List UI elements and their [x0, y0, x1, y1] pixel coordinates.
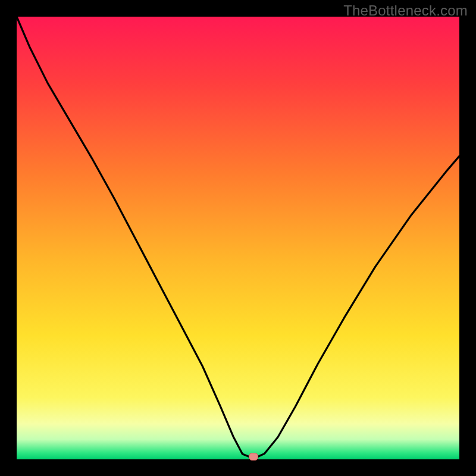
watermark-text: TheBottleneck.com [343, 2, 468, 19]
optimum-marker [249, 453, 258, 461]
chart-frame: { "watermark": "TheBottleneck.com", "col… [0, 0, 476, 476]
bottleneck-chart [0, 0, 476, 476]
plot-area [17, 17, 459, 459]
